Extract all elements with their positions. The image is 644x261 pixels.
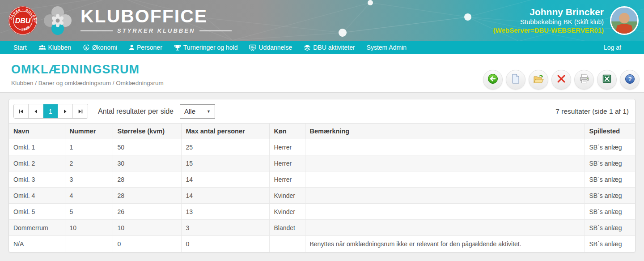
page-number-button[interactable]: 1 [43,104,58,118]
excel-export-button[interactable] [597,70,617,90]
app-title: KLUBOFFICE [80,7,232,26]
column-header-spillested[interactable]: Spillested [585,124,635,139]
pager: 1 [13,104,88,119]
table-cell: 0 [113,236,181,252]
table-row[interactable]: Dommerrum10103BlandetSB´s anlæg [9,220,635,236]
chevron-down-icon: ▼ [207,109,211,114]
table-cell: Herrer [269,155,305,171]
table-cell: 14 [181,171,269,188]
table-row[interactable]: Omkl. 332814HerrerSB´s anlæg [9,171,635,188]
nav-item-uddannelse[interactable]: Uddannelse [249,44,292,51]
table-cell [305,139,585,155]
main-navbar: Start Klubben $ Økonomi Personer [0,41,644,54]
table-row[interactable]: Omkl. 552613KvinderSB´s anlæg [9,204,635,220]
first-page-button[interactable] [14,104,29,118]
nav-item-turneringer[interactable]: Turneringer og hold [174,44,238,51]
help-icon: ? [625,74,635,86]
table-cell: 13 [181,204,269,220]
results-card: 1 Antal resultater per side Alle ▼ 7 res… [8,99,636,252]
table-row[interactable]: Omkl. 442814KvinderSB´s anlæg [9,188,635,204]
presentation-icon [249,44,256,51]
nav-item-klubben[interactable]: Klubben [38,44,71,51]
user-name: Johnny Brincker [493,6,604,18]
kluboffice-flower-logo [41,4,74,37]
open-folder-button[interactable] [529,70,548,90]
table-cell: SB´s anlæg [585,139,635,155]
per-page-label: Antal resultater per side [98,107,174,116]
back-button[interactable] [483,70,503,90]
new-document-icon [511,74,520,86]
per-page-selected-value: Alle [184,107,195,115]
person-icon [129,44,135,51]
table-cell: Kvinder [269,204,305,220]
table-header-row: Navn Nummer Størrelse (kvm) Max antal pe… [9,124,635,139]
logout-link[interactable]: Log af [604,44,621,51]
svg-text:$: $ [85,46,88,50]
print-icon [579,74,589,86]
table-cell: 4 [65,188,113,204]
trophy-icon [174,44,181,51]
people-icon [38,45,46,50]
print-button[interactable] [574,70,594,90]
user-avatar[interactable] [610,6,639,35]
table-cell: SB´s anlæg [585,236,635,252]
new-document-button[interactable] [506,70,525,90]
table-cell [305,155,585,171]
table-cell: Benyttes når omklædningsrum ikke er rele… [305,236,585,252]
next-page-button[interactable] [58,104,73,118]
column-header-storrelse[interactable]: Størrelse (kvm) [113,124,181,139]
nav-item-system-admin[interactable]: System Admin [367,44,407,51]
last-page-button[interactable] [73,104,88,118]
webserver-info: (WebServer=DBU-WEBSERVER01) [493,26,604,35]
table-cell: Herrer [269,171,305,188]
user-club: Stubbekøbing BK (Skift klub) [493,18,604,26]
table-cell: 10 [113,220,181,236]
table-cell: 15 [181,155,269,171]
table-row[interactable]: Omkl. 223015HerrerSB´s anlæg [9,155,635,171]
excel-export-icon [602,74,612,86]
column-header-max-antal[interactable]: Max antal personer [181,124,269,139]
delete-button[interactable] [551,70,571,90]
table-cell [305,171,585,188]
table-cell [305,204,585,220]
help-button[interactable]: ? [620,70,640,90]
list-controls: 1 Antal resultater per side Alle ▼ 7 res… [9,99,635,123]
results-summary: 7 resultater (side 1 af 1) [555,107,631,116]
table-row[interactable]: N/A00Benyttes når omklædningsrum ikke er… [9,236,635,252]
table-cell: SB´s anlæg [585,204,635,220]
column-header-navn[interactable]: Navn [9,124,65,139]
brand-block: KLUBOFFICE STYRKER KLUBBEN [80,7,232,34]
per-page-select[interactable]: Alle ▼ [180,104,215,119]
table-cell: 3 [181,220,269,236]
table-cell [65,236,113,252]
column-header-nummer[interactable]: Nummer [65,124,113,139]
column-header-bemaerkning[interactable]: Bemærkning [305,124,585,139]
coin-icon: $ [83,44,90,51]
changing-rooms-table: Navn Nummer Størrelse (kvm) Max antal pe… [9,123,635,252]
nav-item-personer[interactable]: Personer [129,44,162,51]
table-cell: Dommerrum [9,220,65,236]
table-cell: SB´s anlæg [585,188,635,204]
table-cell: 25 [181,139,269,155]
nav-item-dbu-aktiviteter[interactable]: DBU aktiviteter [304,44,355,51]
table-cell: 0 [181,236,269,252]
switch-club-link[interactable]: (Skift klub) [574,18,604,26]
table-cell: 3 [65,171,113,188]
column-header-kon[interactable]: Køn [269,124,305,139]
open-folder-icon [533,74,544,86]
nav-item-start[interactable]: Start [13,44,27,51]
table-cell [305,188,585,204]
table-cell: 26 [113,204,181,220]
app-tagline: STYRKER KLUBBEN [80,27,232,34]
table-cell: Omkl. 2 [9,155,65,171]
svg-text:?: ? [628,76,631,82]
table-row[interactable]: Omkl. 115025HerrerSB´s anlæg [9,139,635,155]
table-cell: Omkl. 1 [9,139,65,155]
nav-item-okonomi[interactable]: $ Økonomi [83,44,117,51]
previous-page-button[interactable] [29,104,43,118]
table-cell: 50 [113,139,181,155]
table-cell: 30 [113,155,181,171]
table-cell: 28 [113,188,181,204]
table-cell: 5 [65,204,113,220]
delete-icon [556,74,566,86]
